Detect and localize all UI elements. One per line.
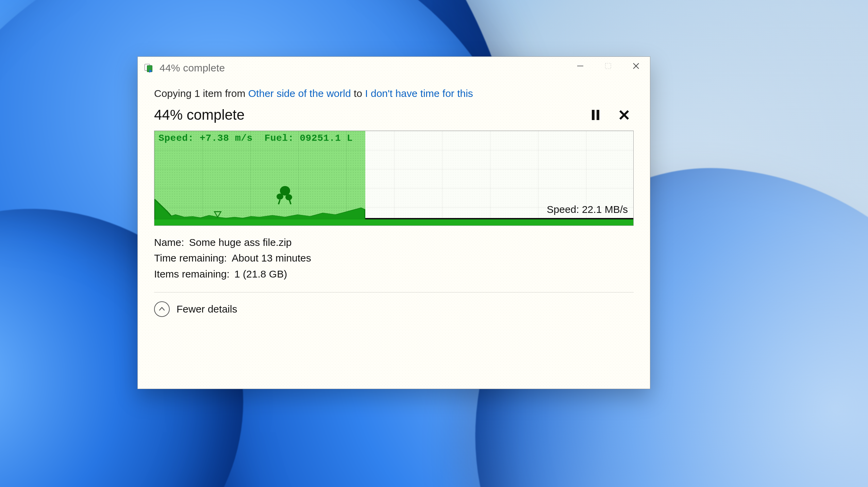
svg-rect-4 — [592, 110, 595, 120]
graph-marker-icon — [214, 211, 222, 218]
percent-complete-label: 44% complete — [154, 107, 577, 123]
titlebar[interactable]: 44% complete — [138, 57, 650, 79]
time-remaining-value: About 13 minutes — [232, 252, 311, 264]
name-label: Name: — [154, 237, 184, 248]
items-remaining-value: 1 (21.8 GB) — [234, 268, 287, 280]
items-remaining-label: Items remaining: — [154, 268, 230, 280]
time-remaining-label: Time remaining: — [154, 252, 227, 264]
svg-rect-5 — [597, 110, 599, 120]
name-value: Some huge ass file.zip — [189, 237, 292, 248]
fewer-details-toggle[interactable] — [154, 301, 170, 317]
copy-progress-dialog: 44% complete Copying 1 item from Other s… — [137, 56, 650, 389]
speed-prefix: Speed: — [547, 204, 582, 215]
window-title: 44% complete — [160, 62, 225, 74]
speed-graph: Speed: +7.38 m/s Fuel: 09251.1 L Speed: … — [154, 131, 634, 226]
fewer-details-label[interactable]: Fewer details — [177, 303, 237, 315]
svg-rect-1 — [605, 63, 611, 69]
chevron-up-icon — [158, 305, 166, 313]
graph-speed-readout: Speed: 22.1 MB/s — [547, 204, 628, 215]
copy-icon — [145, 64, 155, 72]
close-button[interactable] — [622, 57, 650, 74]
copy-mid: to — [351, 88, 365, 99]
window-controls — [566, 57, 650, 79]
maximize-button[interactable] — [594, 57, 622, 74]
graph-lander-icon — [277, 186, 293, 204]
speed-value: 22.1 MB/s — [582, 204, 628, 215]
dialog-footer: Fewer details — [154, 292, 634, 327]
source-link[interactable]: Other side of the world — [248, 88, 351, 99]
cancel-button[interactable] — [615, 105, 634, 124]
destination-link[interactable]: I don't have time for this — [365, 88, 473, 99]
graph-overlay-text: Speed: +7.38 m/s Fuel: 09251.1 L — [158, 133, 353, 144]
copy-description: Copying 1 item from Other side of the wo… — [154, 87, 634, 101]
transfer-details: Name: Some huge ass file.zip Time remain… — [154, 235, 634, 282]
pause-button[interactable] — [586, 105, 605, 124]
minimize-button[interactable] — [566, 57, 594, 74]
graph-sparkline — [154, 179, 365, 219]
copy-prefix: Copying 1 item from — [154, 88, 248, 99]
